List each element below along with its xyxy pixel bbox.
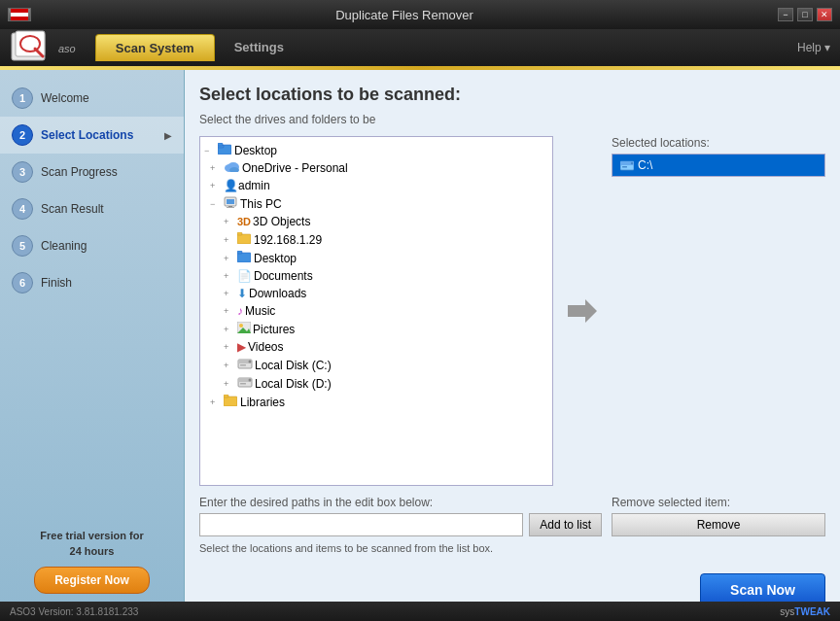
tab-settings[interactable]: Settings (215, 34, 303, 61)
path-section: Enter the desired paths in the edit box … (199, 496, 602, 554)
svg-rect-2 (11, 17, 28, 20)
selected-item-c[interactable]: C:\ (612, 155, 824, 176)
main-layout: 1 Welcome 2 Select Locations ▶ 3 Scan Pr… (0, 70, 840, 621)
svg-rect-20 (237, 251, 242, 254)
tree-label-disk-c: Local Disk (C:) (255, 359, 332, 372)
step-6-circle: 6 (12, 272, 33, 293)
svg-rect-33 (224, 395, 228, 397)
tree-label-network: 192.168.1.29 (254, 233, 322, 247)
remove-section: Remove selected item: Remove (612, 496, 825, 554)
selected-locations-panel: C:\ (612, 154, 825, 177)
documents-icon: 📄 (237, 269, 252, 283)
path-input[interactable] (199, 513, 523, 536)
tree-label-documents: Documents (254, 269, 313, 283)
sidebar-label-select-locations: Select Locations (41, 128, 133, 142)
sidebar-label-scan-result: Scan Result (41, 202, 104, 216)
step-1-circle: 1 (12, 87, 33, 109)
sidebar-item-finish[interactable]: 6 Finish (0, 264, 184, 301)
sidebar-label-finish: Finish (41, 276, 72, 290)
chevron-right-icon: ▶ (164, 130, 172, 141)
svg-rect-16 (227, 207, 234, 208)
help-button[interactable]: Help ▾ (797, 41, 830, 54)
svg-rect-9 (218, 143, 223, 146)
tree-item-3d[interactable]: + 3D 3D Objects (200, 213, 552, 230)
tree-item-downloads[interactable]: + ⬇ Downloads (200, 285, 552, 302)
remove-selected-label: Remove selected item: (612, 496, 825, 509)
arrow-right-icon (563, 136, 602, 486)
svg-rect-32 (224, 397, 237, 406)
svg-rect-31 (240, 383, 246, 385)
tab-scan-system[interactable]: Scan System (95, 34, 215, 61)
window-controls: − □ ✕ (778, 8, 832, 21)
content-area: Select locations to be scanned: Select t… (185, 70, 840, 621)
sidebar-item-cleaning[interactable]: 5 Cleaning (0, 227, 184, 264)
tree-item-videos[interactable]: + ▶ Videos (200, 338, 552, 356)
tree-item-pictures[interactable]: + Pictures (200, 320, 552, 338)
tree-item-disk-c[interactable]: + Local Disk (C:) (200, 356, 552, 374)
svg-rect-17 (237, 234, 251, 244)
panels: − Desktop + (199, 136, 825, 486)
register-button[interactable]: Register Now (34, 567, 150, 594)
svg-rect-27 (240, 364, 246, 366)
tree-item-libraries[interactable]: + Libraries (200, 393, 552, 411)
step-5-circle: 5 (12, 235, 33, 257)
tree-item-desktop[interactable]: − Desktop (200, 141, 552, 159)
sidebar-item-scan-progress[interactable]: 3 Scan Progress (0, 154, 184, 190)
svg-marker-34 (568, 299, 597, 323)
svg-point-30 (249, 379, 252, 382)
page-title: Select locations to be scanned: (199, 85, 825, 105)
menubar: aso Scan System Settings Help ▾ (0, 29, 840, 66)
minimize-button[interactable]: − (778, 8, 793, 21)
sidebar-item-scan-result[interactable]: 4 Scan Result (0, 190, 184, 227)
tree-label-desktop-sub: Desktop (254, 252, 297, 265)
tree-label-3d: 3D Objects (253, 215, 310, 228)
sidebar: 1 Welcome 2 Select Locations ▶ 3 Scan Pr… (0, 70, 185, 621)
tree-item-documents[interactable]: + 📄 Documents (200, 267, 552, 285)
tree-label-admin: admin (238, 179, 270, 192)
tree-item-network[interactable]: + 192.168.1.29 (200, 230, 552, 249)
sidebar-item-welcome[interactable]: 1 Welcome (0, 80, 184, 117)
videos-icon: ▶ (237, 340, 246, 354)
free-trial-text: Free trial version for 24 hours Register… (0, 519, 184, 611)
drive-icon (620, 159, 634, 171)
logo-area: aso (10, 29, 76, 66)
svg-point-22 (239, 324, 243, 328)
version-text: ASO3 Version: 3.81.8181.233 (10, 606, 138, 617)
selected-panel-wrapper: Selected locations: C:\ (612, 136, 825, 486)
tree-label-libraries: Libraries (240, 396, 285, 409)
sidebar-label-scan-progress: Scan Progress (41, 165, 118, 179)
svg-rect-0 (11, 9, 28, 13)
close-button[interactable]: ✕ (817, 8, 832, 21)
step-2-circle: 2 (12, 124, 33, 146)
svg-point-37 (631, 162, 633, 164)
tree-label-videos: Videos (248, 340, 283, 354)
tree-panel[interactable]: − Desktop + (199, 136, 553, 486)
tree-item-admin[interactable]: + 👤 admin (200, 177, 552, 194)
svg-rect-18 (237, 232, 242, 235)
add-to-list-button[interactable]: Add to list (529, 513, 602, 536)
music-icon: ♪ (237, 304, 243, 318)
step-3-circle: 3 (12, 161, 33, 183)
tree-scroll[interactable]: − Desktop + (200, 137, 552, 485)
person-icon: 👤 (224, 179, 238, 192)
hint-text: Select the locations and items to be sca… (199, 542, 602, 554)
selected-locations-label: Selected locations: (612, 136, 825, 150)
sidebar-label-welcome: Welcome (41, 91, 89, 105)
remove-button[interactable]: Remove (612, 513, 825, 536)
tree-item-music[interactable]: + ♪ Music (200, 302, 552, 320)
nav-tabs: Scan System Settings (95, 34, 303, 61)
svg-rect-1 (11, 13, 28, 17)
restore-button[interactable]: □ (797, 8, 813, 21)
tree-item-desktop-sub[interactable]: + Desktop (200, 249, 552, 267)
step-4-circle: 4 (12, 198, 33, 220)
tree-label-desktop: Desktop (234, 144, 277, 157)
tree-item-thispc[interactable]: − This PC (200, 194, 552, 213)
tree-label-onedrive: OneDrive - Personal (242, 161, 348, 175)
sidebar-item-select-locations[interactable]: 2 Select Locations ▶ (0, 117, 184, 154)
tree-item-onedrive[interactable]: + OneDrive - Personal (200, 159, 552, 177)
tree-item-disk-d[interactable]: + Local Disk (D:) (200, 374, 552, 393)
sidebar-label-cleaning: Cleaning (41, 239, 87, 253)
app-logo-icon (10, 29, 51, 66)
titlebar: Duplicate Files Remover − □ ✕ (0, 0, 840, 29)
svg-rect-19 (237, 253, 251, 262)
